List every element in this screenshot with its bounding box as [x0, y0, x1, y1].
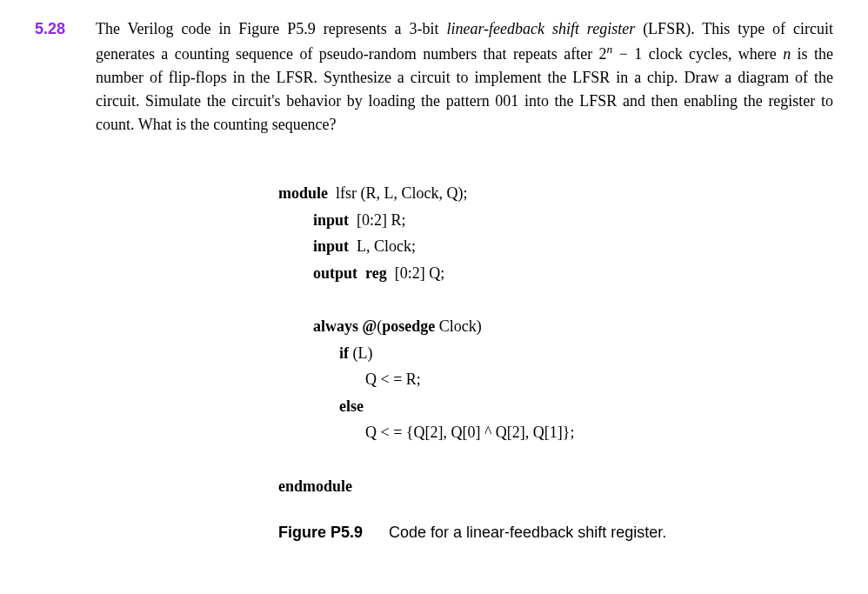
blank-line — [278, 446, 833, 473]
keyword-if: if — [339, 344, 349, 362]
blank-line — [278, 286, 833, 313]
keyword-else: else — [339, 397, 364, 415]
problem-block: 5.28 The Verilog code in Figure P5.9 rep… — [35, 17, 833, 137]
keyword-input: input — [313, 211, 349, 229]
var-n: n — [783, 45, 791, 63]
verilog-code-block: module lfsr (R, L, Clock, Q); input [0:2… — [278, 180, 833, 499]
code-line: else — [278, 393, 833, 420]
code-line: module lfsr (R, L, Clock, Q); — [278, 180, 833, 207]
code-text: Clock) — [435, 317, 482, 335]
code-text: lfsr (R, L, Clock, Q); — [328, 184, 467, 202]
term-lfsr: linear-feedback shift register — [446, 20, 635, 37]
code-line: always @(posedge Clock) — [278, 313, 833, 340]
code-line: input [0:2] R; — [278, 207, 833, 234]
code-line: endmodule — [278, 473, 833, 500]
problem-number: 5.28 — [35, 17, 96, 41]
problem-statement: The Verilog code in Figure P5.9 represen… — [96, 17, 833, 137]
keyword-input: input — [313, 237, 349, 255]
figure-label: Figure P5.9 — [278, 524, 363, 541]
code-line: Q < = R; — [278, 366, 833, 393]
keyword-always: always @ — [313, 317, 377, 335]
code-text: [0:2] Q; — [387, 264, 445, 282]
code-line: input L, Clock; — [278, 233, 833, 260]
text-segment: The Verilog code in Figure P5.9 represen… — [96, 20, 446, 37]
code-text: Q < = {Q[2], Q[0] ^ Q[2], Q[1]}; — [365, 424, 574, 441]
code-text: [0:2] R; — [349, 211, 406, 229]
keyword-posedge: posedge — [382, 317, 435, 335]
figure-description: Code for a linear-feedback shift registe… — [389, 524, 666, 541]
code-text: Q < = R; — [365, 370, 421, 388]
keyword-module: module — [278, 184, 328, 202]
code-text: (L) — [349, 344, 372, 362]
code-line: if (L) — [278, 340, 833, 367]
text-segment: − 1 clock cycles, where — [612, 45, 783, 63]
keyword-output-reg: output reg — [313, 264, 387, 282]
figure-caption: Figure P5.9Code for a linear-feedback sh… — [278, 521, 833, 544]
code-line: output reg [0:2] Q; — [278, 260, 833, 287]
code-text: L, Clock; — [349, 237, 416, 255]
code-line: Q < = {Q[2], Q[0] ^ Q[2], Q[1]}; — [278, 419, 833, 446]
keyword-endmodule: endmodule — [278, 477, 352, 495]
